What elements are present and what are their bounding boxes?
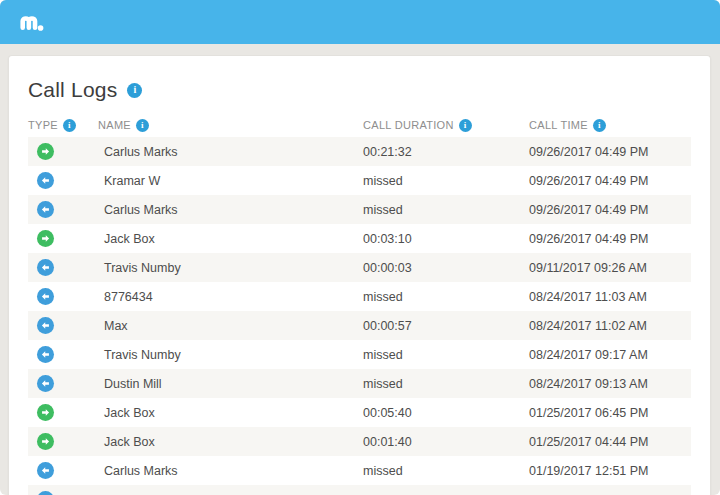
call-duration: 00:01:40	[363, 435, 529, 449]
call-time: 01/19/2017 12:51 PM	[529, 464, 691, 478]
table-row: Jack Box00:01:4001/25/2017 04:44 PM	[28, 427, 691, 456]
page-title: Call Logs	[28, 78, 117, 102]
info-icon[interactable]: i	[127, 83, 142, 98]
call-name: Jack Box	[98, 435, 363, 449]
table-row: Dustin Millmissed08/24/2017 09:13 AM	[28, 369, 691, 398]
outgoing-call-icon	[37, 143, 54, 160]
column-label-call-time: CALL TIME	[529, 119, 588, 131]
table-row: Carlus Marksmissed01/19/2017 12:51 PM	[28, 456, 691, 485]
top-navbar	[0, 0, 720, 44]
call-table-body: Carlus Marks00:21:3209/26/2017 04:49 PMK…	[28, 137, 691, 495]
table-row: Kramar Wmissed09/26/2017 04:49 PM	[28, 166, 691, 195]
column-header-call-time: CALL TIME i	[529, 119, 691, 132]
call-type-cell	[28, 491, 98, 495]
call-name: Carlus Marks	[98, 203, 363, 217]
call-duration: 00:00:03	[363, 261, 529, 275]
incoming-call-icon	[37, 317, 54, 334]
table-row: Carlus Marksmissed01/19/2017 12:51 PM	[28, 485, 691, 495]
call-name: Jack Box	[98, 406, 363, 420]
call-name: Jack Box	[98, 232, 363, 246]
call-name: Carlus Marks	[98, 464, 363, 478]
call-duration: missed	[363, 174, 529, 188]
incoming-call-icon	[37, 172, 54, 189]
incoming-call-icon	[37, 288, 54, 305]
info-icon[interactable]: i	[593, 119, 606, 132]
call-type-cell	[28, 404, 98, 421]
call-type-cell	[28, 259, 98, 276]
call-type-cell	[28, 317, 98, 334]
table-header: TYPE i NAME i CALL DURATION i CALL TIME …	[28, 113, 691, 137]
call-duration: missed	[363, 290, 529, 304]
call-name: Travis Numby	[98, 348, 363, 362]
column-header-type: TYPE i	[28, 119, 98, 132]
table-row: Jack Box00:05:4001/25/2017 06:45 PM	[28, 398, 691, 427]
info-icon[interactable]: i	[459, 119, 472, 132]
table-row: Carlus Marks00:21:3209/26/2017 04:49 PM	[28, 137, 691, 166]
column-header-name: NAME i	[98, 119, 363, 132]
outgoing-call-icon	[37, 433, 54, 450]
call-duration: missed	[363, 348, 529, 362]
table-row: Carlus Marksmissed09/26/2017 04:49 PM	[28, 195, 691, 224]
panel-titlebar: Call Logs i	[28, 56, 691, 103]
call-type-cell	[28, 433, 98, 450]
call-duration: 00:03:10	[363, 232, 529, 246]
incoming-call-icon	[37, 259, 54, 276]
call-name: Max	[98, 319, 363, 333]
call-duration: missed	[363, 377, 529, 391]
info-icon[interactable]: i	[136, 119, 149, 132]
call-type-cell	[28, 462, 98, 479]
call-type-cell	[28, 346, 98, 363]
call-name: Kramar W	[98, 174, 363, 188]
call-name: 8776434	[98, 290, 363, 304]
column-header-call-duration: CALL DURATION i	[363, 119, 529, 132]
call-name: Dustin Mill	[98, 377, 363, 391]
call-duration: 00:05:40	[363, 406, 529, 420]
call-type-cell	[28, 288, 98, 305]
call-type-cell	[28, 143, 98, 160]
incoming-call-icon	[37, 346, 54, 363]
outgoing-call-icon	[37, 230, 54, 247]
call-time: 09/26/2017 04:49 PM	[529, 174, 691, 188]
call-name: Travis Numby	[98, 261, 363, 275]
app-window: Call Logs i TYPE i NAME i CALL DURATION …	[0, 0, 720, 495]
call-time: 09/11/2017 09:26 AM	[529, 261, 691, 275]
call-duration: missed	[363, 464, 529, 478]
call-time: 08/24/2017 09:17 AM	[529, 348, 691, 362]
table-row: Travis Numby00:00:0309/11/2017 09:26 AM	[28, 253, 691, 282]
call-duration: 00:00:57	[363, 319, 529, 333]
table-row: 8776434missed08/24/2017 11:03 AM	[28, 282, 691, 311]
call-logs-panel: Call Logs i TYPE i NAME i CALL DURATION …	[8, 55, 711, 495]
call-time: 08/24/2017 11:03 AM	[529, 290, 691, 304]
call-time: 01/25/2017 04:44 PM	[529, 435, 691, 449]
call-type-cell	[28, 201, 98, 218]
mspy-logo-icon	[18, 11, 45, 33]
call-duration: missed	[363, 203, 529, 217]
mspy-logo[interactable]	[18, 11, 45, 33]
call-type-cell	[28, 230, 98, 247]
outgoing-call-icon	[37, 404, 54, 421]
table-row: Max00:00:5708/24/2017 11:02 AM	[28, 311, 691, 340]
call-time: 01/25/2017 06:45 PM	[529, 406, 691, 420]
info-icon[interactable]: i	[63, 119, 76, 132]
call-name: Carlus Marks	[98, 145, 363, 159]
column-label-call-duration: CALL DURATION	[363, 119, 454, 131]
call-time: 09/26/2017 04:49 PM	[529, 145, 691, 159]
call-time: 08/24/2017 11:02 AM	[529, 319, 691, 333]
call-time: 08/24/2017 09:13 AM	[529, 377, 691, 391]
incoming-call-icon	[37, 462, 54, 479]
incoming-call-icon	[37, 491, 54, 495]
call-type-cell	[28, 172, 98, 189]
call-time: 09/26/2017 04:49 PM	[529, 232, 691, 246]
column-label-type: TYPE	[28, 119, 58, 131]
call-duration: 00:21:32	[363, 145, 529, 159]
incoming-call-icon	[37, 375, 54, 392]
call-time: 09/26/2017 04:49 PM	[529, 203, 691, 217]
call-type-cell	[28, 375, 98, 392]
table-row: Travis Numbymissed08/24/2017 09:17 AM	[28, 340, 691, 369]
table-row: Jack Box00:03:1009/26/2017 04:49 PM	[28, 224, 691, 253]
column-label-name: NAME	[98, 119, 131, 131]
incoming-call-icon	[37, 201, 54, 218]
